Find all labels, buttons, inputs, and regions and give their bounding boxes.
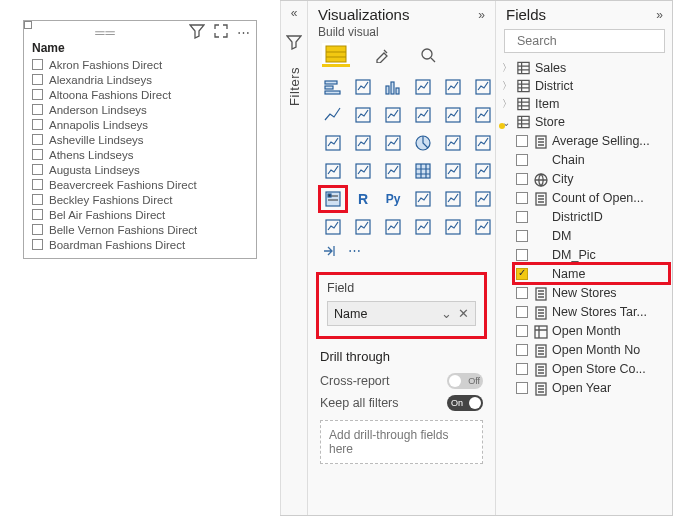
checkbox-icon[interactable] [516,230,528,242]
viz-type-column-clustered[interactable] [410,75,436,99]
field-average-selling-[interactable]: Average Selling... [514,131,669,150]
table-store[interactable]: ⌄Store [500,113,669,131]
viz-type-decomp[interactable] [440,187,466,211]
filter-icon[interactable] [189,23,205,42]
viz-type-arcgis[interactable] [350,215,376,239]
fields-search[interactable] [504,29,665,53]
viz-type-line-markers[interactable] [410,103,436,127]
viz-type-funnel[interactable] [320,131,346,155]
checkbox-icon[interactable] [516,192,528,204]
search-input[interactable] [517,34,673,48]
viz-type-r[interactable]: R [350,187,376,211]
checkbox-icon[interactable] [516,173,528,185]
filters-pane-collapsed[interactable]: « Filters [280,0,308,516]
checkbox-icon[interactable] [32,179,43,190]
slicer-item[interactable]: Athens Lindseys [32,147,248,162]
slicer-item[interactable]: Belle Vernon Fashions Direct [32,222,248,237]
viz-type-python[interactable]: Py [380,187,406,211]
viz-type-filled-map[interactable] [320,159,346,183]
viz-type-treemap[interactable] [470,131,496,155]
field-open-month[interactable]: Open Month [514,321,669,340]
slicer-item[interactable]: Bel Air Fashions Direct [32,207,248,222]
field-open-store-co-[interactable]: Open Store Co... [514,359,669,378]
field-new-stores[interactable]: New Stores [514,283,669,302]
viz-type-custom1[interactable] [440,215,466,239]
checkbox-icon[interactable] [32,104,43,115]
viz-type-powerapps[interactable] [380,215,406,239]
field-pill-name[interactable]: Name ⌄ ✕ [327,301,476,326]
checkbox-icon[interactable] [32,74,43,85]
checkbox-icon[interactable] [516,211,528,223]
remove-field-icon[interactable]: ✕ [458,306,469,321]
viz-type-key-influencers[interactable] [410,187,436,211]
checkbox-icon[interactable] [516,344,528,356]
cross-report-toggle[interactable]: Off [447,373,483,389]
viz-type-powerautomate[interactable] [410,215,436,239]
viz-type-shape-map[interactable] [350,159,376,183]
viz-type-column-stacked[interactable] [380,75,406,99]
checkbox-icon[interactable] [32,89,43,100]
slicer-item[interactable]: Asheville Lindseys [32,132,248,147]
report-canvas[interactable]: ══ ⋯ Name Akron Fashions DirectAlexandri… [0,0,280,516]
field-city[interactable]: City [514,169,669,188]
field-dm[interactable]: DM [514,226,669,245]
slicer-item[interactable]: Boardman Fashions Direct [32,237,248,252]
slicer-item[interactable]: Annapolis Lindseys [32,117,248,132]
viz-type-column-100[interactable] [440,75,466,99]
viz-type-bar-stacked[interactable] [320,75,346,99]
analytics-tab[interactable] [414,43,442,67]
slicer-item[interactable]: Beavercreek Fashions Direct [32,177,248,192]
checkbox-icon[interactable] [32,209,43,220]
table-district[interactable]: 〉District [500,77,669,95]
viz-type-scatter[interactable] [470,103,496,127]
drag-grip-icon[interactable]: ══ [95,25,115,40]
viz-type-line[interactable] [320,103,346,127]
slicer-item[interactable]: Anderson Lindseys [32,102,248,117]
checkbox-icon[interactable] [516,287,528,299]
viz-type-slicer[interactable] [320,187,346,211]
viz-type-paginated[interactable] [320,215,346,239]
field-count-of-open-[interactable]: Count of Open... [514,188,669,207]
field-name[interactable]: Name [514,264,669,283]
slicer-item[interactable]: Alexandria Lindseys [32,72,248,87]
field-open-month-no[interactable]: Open Month No [514,340,669,359]
slicer-item[interactable]: Akron Fashions Direct [32,57,248,72]
viz-type-ribbon[interactable] [440,103,466,127]
checkbox-icon[interactable] [516,363,528,375]
checkbox-icon[interactable] [32,149,43,160]
field-districtid[interactable]: DistrictID [514,207,669,226]
more-visuals-icon[interactable] [322,243,338,262]
viz-type-matrix[interactable] [440,159,466,183]
checkbox-icon[interactable] [32,224,43,235]
viz-type-bar-clustered[interactable] [350,75,376,99]
format-visual-tab[interactable] [368,43,396,67]
checkbox-icon[interactable] [32,194,43,205]
field-open-year[interactable]: Open Year [514,378,669,397]
focus-mode-icon[interactable] [213,23,229,42]
checkbox-icon[interactable] [516,306,528,318]
viz-type-pie[interactable] [410,131,436,155]
viz-type-gauge[interactable] [350,131,376,155]
viz-type-column-line[interactable] [470,75,496,99]
field-dm_pic[interactable]: DM_Pic [514,245,669,264]
checkbox-icon[interactable] [32,59,43,70]
viz-type-card[interactable] [380,131,406,155]
viz-type-kpi[interactable] [470,159,496,183]
field-new-stores-tar-[interactable]: New Stores Tar... [514,302,669,321]
checkbox-icon[interactable] [516,154,528,166]
viz-type-qna[interactable] [470,187,496,211]
table-item[interactable]: 〉Item [500,95,669,113]
viz-type-area-stacked[interactable] [380,103,406,127]
checkbox-icon[interactable] [516,268,528,280]
slicer-item[interactable]: Beckley Fashions Direct [32,192,248,207]
collapse-viz-icon[interactable]: » [478,8,485,22]
checkbox-icon[interactable] [516,382,528,394]
checkbox-icon[interactable] [516,249,528,261]
checkbox-icon[interactable] [32,239,43,250]
slicer-visual[interactable]: ══ ⋯ Name Akron Fashions DirectAlexandri… [23,20,257,259]
more-options-icon[interactable]: ⋯ [237,25,250,40]
checkbox-icon[interactable] [516,135,528,147]
checkbox-icon[interactable] [32,134,43,145]
collapse-fields-icon[interactable]: » [656,8,663,22]
viz-type-donut[interactable] [440,131,466,155]
